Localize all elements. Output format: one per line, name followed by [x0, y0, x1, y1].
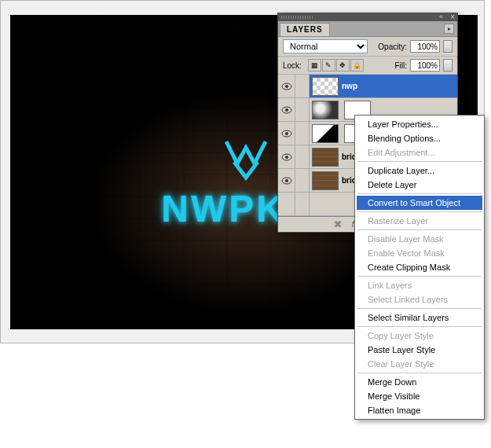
- context-menu-item[interactable]: Layer Properties...: [357, 117, 482, 131]
- layer-thumbnail[interactable]: [312, 101, 339, 119]
- context-menu-item: Clear Layer Style: [357, 357, 482, 371]
- context-menu-separator: [357, 373, 482, 373]
- lock-all-icon[interactable]: 🔒: [350, 59, 364, 72]
- context-menu-item: Link Layers: [357, 278, 482, 292]
- panel-flyout-menu-icon[interactable]: [444, 24, 454, 34]
- panel-titlebar[interactable]: « ×: [278, 13, 457, 21]
- link-column[interactable]: [295, 98, 310, 121]
- panel-close-icon[interactable]: ×: [450, 13, 455, 21]
- blend-mode-select[interactable]: Normal: [283, 39, 368, 53]
- context-menu-separator: [357, 230, 482, 230]
- context-menu-item: Copy Layer Style: [357, 329, 482, 343]
- opacity-label: Opacity:: [378, 42, 407, 51]
- context-menu-separator: [357, 308, 482, 309]
- svg-point-3: [285, 108, 288, 112]
- context-menu-item[interactable]: Select Similar Layers: [357, 310, 482, 325]
- panel-collapse-icon[interactable]: «: [439, 13, 443, 20]
- context-menu-item: Edit Adjustment...: [357, 145, 482, 160]
- tab-layers[interactable]: LAYERS: [280, 23, 330, 36]
- panel-tabbar: LAYERS: [278, 21, 457, 37]
- link-column[interactable]: [295, 75, 310, 97]
- lock-fill-row: Lock: ▦ ✎ ✥ 🔒 Fill:: [278, 57, 457, 75]
- opacity-input[interactable]: [410, 40, 440, 53]
- link-layers-icon[interactable]: ⌘: [332, 219, 344, 230]
- context-menu-separator: [357, 193, 482, 194]
- opacity-stepper-icon[interactable]: [443, 40, 453, 53]
- visibility-toggle[interactable]: [278, 122, 295, 145]
- svg-point-5: [285, 132, 288, 135]
- context-menu-item[interactable]: Merge Down: [357, 375, 482, 389]
- context-menu-item: Disable Layer Mask: [357, 232, 482, 246]
- layer-row[interactable]: nwp: [278, 75, 457, 98]
- blend-opacity-row: Normal Opacity:: [278, 37, 457, 57]
- lock-label: Lock:: [283, 61, 302, 70]
- neon-logo-icon: [218, 137, 273, 182]
- context-menu-separator: [357, 276, 482, 277]
- layer-thumbnail[interactable]: [312, 171, 339, 190]
- link-column[interactable]: [295, 122, 310, 145]
- svg-point-9: [285, 179, 288, 182]
- context-menu-item[interactable]: Create Clipping Mask: [357, 260, 482, 274]
- context-menu-item[interactable]: Duplicate Layer...: [357, 163, 482, 178]
- fill-label: Fill:: [394, 61, 407, 70]
- visibility-toggle[interactable]: [278, 169, 295, 192]
- svg-point-7: [285, 156, 288, 159]
- link-column[interactable]: [295, 169, 310, 192]
- fill-stepper-icon[interactable]: [443, 59, 453, 72]
- layer-thumbnail[interactable]: [312, 148, 339, 167]
- lock-transparency-icon[interactable]: ▦: [308, 59, 321, 72]
- layer-thumbnail[interactable]: [312, 77, 339, 96]
- lock-pixels-icon[interactable]: ✎: [322, 59, 335, 72]
- adjustment-layer-icon[interactable]: [312, 124, 339, 143]
- context-menu-item[interactable]: Merge Visible: [357, 389, 482, 403]
- link-column[interactable]: [295, 145, 310, 168]
- context-menu-separator: [357, 161, 482, 162]
- context-menu-item[interactable]: Delete Layer: [357, 178, 482, 192]
- context-menu-separator: [357, 326, 482, 327]
- lock-position-icon[interactable]: ✥: [336, 59, 350, 72]
- visibility-toggle[interactable]: [278, 145, 295, 168]
- context-menu-item: Rasterize Layer: [357, 214, 482, 228]
- context-menu-item[interactable]: Convert to Smart Object: [357, 196, 482, 210]
- context-menu-item[interactable]: Paste Layer Style: [357, 343, 482, 357]
- layer-name[interactable]: nwp: [342, 82, 357, 90]
- svg-point-1: [285, 85, 288, 88]
- context-menu-item[interactable]: Flatten Image: [357, 403, 482, 417]
- context-menu-item[interactable]: Blending Options...: [357, 131, 482, 145]
- context-menu-separator: [357, 211, 482, 212]
- visibility-toggle[interactable]: [278, 98, 295, 121]
- context-menu-item: Enable Vector Mask: [357, 246, 482, 260]
- visibility-toggle[interactable]: [278, 75, 295, 97]
- context-menu-item: Select Linked Layers: [357, 292, 482, 307]
- fill-input[interactable]: [410, 59, 440, 72]
- layer-context-menu: Layer Properties...Blending Options...Ed…: [354, 115, 485, 420]
